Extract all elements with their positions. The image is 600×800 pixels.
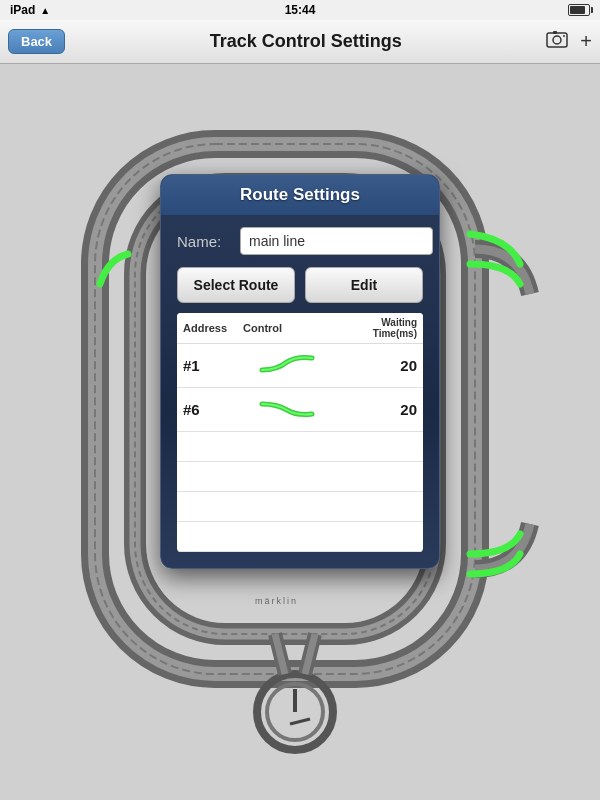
panel-title: Route Settings [240,185,360,204]
table-row [177,522,423,552]
battery-icon [568,4,590,16]
panel-title-bar: Route Settings [161,175,439,215]
carrier-label: iPad [10,3,35,17]
row2-control [237,388,337,432]
table-row: #6 20 [177,388,423,432]
table-row: #1 20 [177,344,423,388]
back-button[interactable]: Back [8,29,65,54]
name-row: Name: [177,227,423,255]
status-left: iPad ▲ [10,3,50,17]
row2-waiting: 20 [337,388,423,432]
route-table: Address Control Waiting Time(ms) #1 [177,313,423,552]
edit-button[interactable]: Edit [305,267,423,303]
nav-icons: + [546,30,592,53]
table-row [177,462,423,492]
switch-indicator-2 [257,396,317,420]
name-input[interactable] [240,227,433,255]
wifi-icon: ▲ [40,5,50,16]
table-row [177,432,423,462]
buttons-row: Select Route Edit [177,267,423,303]
row1-control [237,344,337,388]
row1-waiting: 20 [337,344,423,388]
table-row [177,492,423,522]
page-title: Track Control Settings [210,31,402,52]
panel-body: Name: Select Route Edit Address Control … [161,215,439,552]
select-route-button[interactable]: Select Route [177,267,295,303]
switch-indicator-1 [257,352,317,376]
svg-line-13 [290,719,310,724]
header-address: Address [177,313,237,344]
add-button[interactable]: + [580,30,592,53]
svg-rect-2 [553,31,557,34]
camera-button[interactable] [546,30,568,53]
row2-address: #6 [177,388,237,432]
status-right [568,4,590,16]
name-label: Name: [177,233,232,250]
status-bar: iPad ▲ 15:44 [0,0,600,20]
header-waiting: Waiting Time(ms) [337,313,423,344]
route-settings-panel: Route Settings Name: Select Route Edit A… [160,174,440,569]
svg-text:märklin: märklin [255,596,298,606]
svg-point-3 [563,35,565,37]
status-time: 15:44 [285,3,316,17]
header-control: Control [237,313,337,344]
main-content: märklin Route Settings Name: Select Rout… [0,64,600,800]
svg-point-1 [553,36,561,44]
nav-bar: Back Track Control Settings + [0,20,600,64]
row1-address: #1 [177,344,237,388]
